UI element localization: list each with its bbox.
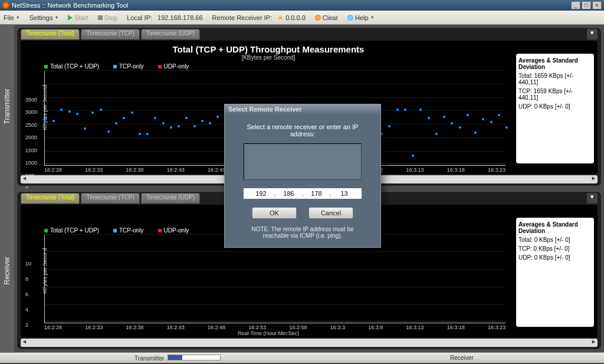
app-icon [2, 2, 9, 9]
tab-total[interactable]: Timecourse (Total) [21, 29, 80, 40]
settings-menu[interactable]: Settings▼ [29, 14, 59, 21]
ok-button[interactable]: OK [252, 207, 297, 219]
close-button[interactable]: × [592, 1, 602, 9]
transmitter-side-label: Transmitter [0, 25, 14, 189]
stop-icon [98, 15, 103, 20]
tab-tcp[interactable]: Timecourse (TCP) [81, 29, 139, 40]
status-transmitter-label: Transmitter [134, 355, 164, 362]
chart-legend: Total (TCP + UDP) TCP-only UDP-only [27, 61, 510, 71]
ip-address-input[interactable]: 192. 186. 178. 13 [244, 188, 362, 199]
window-titlebar: NetStress :: Network Benchmarking Tool _… [0, 0, 604, 11]
transmitter-stats: Averages & Standard Deviation Total: 165… [516, 54, 594, 163]
receiver-listbox[interactable] [244, 143, 362, 180]
start-button[interactable]: Start [68, 14, 88, 21]
window-title: NetStress :: Network Benchmarking Tool [12, 2, 128, 9]
transmitter-progress [168, 355, 221, 360]
receiver-stats: Averages & Standard Deviation Total: 0 K… [516, 218, 594, 327]
clear-icon [315, 15, 321, 21]
expand-button-rx[interactable]: ▾ [587, 193, 598, 204]
star-icon: ★ [277, 14, 284, 22]
tab-udp[interactable]: Timecourse (UDP) [141, 29, 200, 40]
toolbar: File▼ Settings▼ Start Stop Local IP: 192… [0, 11, 604, 25]
tab-udp-rx[interactable]: Timecourse (UDP) [141, 193, 200, 204]
file-menu[interactable]: File▼ [4, 14, 20, 21]
clear-button[interactable]: Clear [315, 14, 338, 21]
minimize-button[interactable]: _ [571, 1, 580, 9]
x-ticks-rx: 16:2:2816:2:3316:2:3816:2:4316:2:4816:2:… [44, 324, 505, 330]
maximize-button[interactable]: □ [582, 1, 591, 9]
x-axis-label: Real-Time (Hour:Min:Sec) [27, 330, 510, 336]
udp-line-rx [45, 321, 505, 322]
cancel-button[interactable]: Cancel [308, 207, 353, 219]
dialog-note: NOTE: The remote IP address must be reac… [235, 226, 370, 239]
plot-area-rx [44, 235, 505, 324]
chart-title: Total (TCP + UDP) Throughput Measurement… [27, 44, 510, 54]
local-ip-label: Local IP: 192.168.178.66 [127, 14, 202, 21]
statusbar: Transmitter Receiver [0, 352, 604, 363]
remote-ip-value: 0.0.0.0 [285, 14, 306, 21]
chart-subtitle: [KBytes per Second] [27, 54, 510, 61]
stop-button[interactable]: Stop [98, 14, 118, 21]
expand-button[interactable]: ▾ [587, 29, 598, 40]
receiver-side-label: Receiver [0, 189, 14, 353]
help-icon [347, 15, 353, 21]
dialog-prompt: Select a remote receiver or enter an IP … [235, 123, 370, 137]
local-ip-value: 192.168.178.66 [157, 14, 202, 21]
play-icon [68, 15, 73, 21]
tab-total-rx[interactable]: Timecourse (Total) [21, 193, 80, 204]
status-receiver-label: Receiver [450, 355, 473, 361]
tab-tcp-rx[interactable]: Timecourse (TCP) [81, 193, 139, 204]
dialog-title: Select Remote Receiver [225, 104, 380, 115]
help-menu[interactable]: Help▼ [347, 14, 375, 21]
remote-ip-label: Remote Receiver IP: ★0.0.0.0 [212, 14, 306, 22]
horizontal-scrollbar-rx[interactable] [21, 339, 598, 347]
select-remote-receiver-dialog: Select Remote Receiver Select a remote r… [224, 104, 381, 248]
